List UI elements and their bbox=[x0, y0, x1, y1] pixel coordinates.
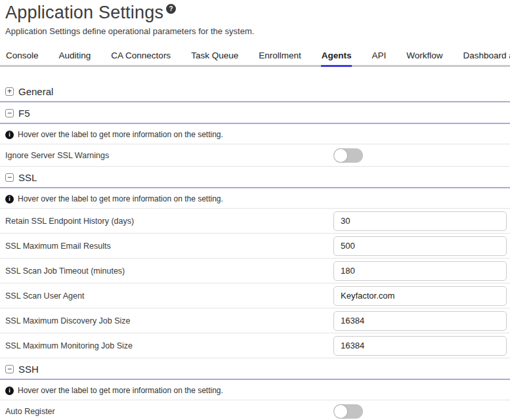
help-icon[interactable]: ? bbox=[166, 4, 176, 14]
setting-label: SSL Maximum Monitoring Job Size bbox=[5, 341, 333, 350]
setting-row-ssl-scan-user-agent: SSL Scan User Agent bbox=[0, 284, 510, 308]
setting-control bbox=[333, 261, 507, 281]
setting-label: SSL Scan User Agent bbox=[5, 291, 333, 301]
section-header-general[interactable]: + General bbox=[0, 81, 510, 102]
setting-label: SSL Scan Job Timeout (minutes) bbox=[5, 266, 333, 276]
info-text: Hover over the label to get more informa… bbox=[18, 386, 223, 395]
retain-ssl-endpoint-history-input[interactable] bbox=[333, 211, 507, 231]
setting-label: Ignore Server SSL Warnings bbox=[5, 151, 333, 160]
setting-row-ssl-scan-job-timeout: SSL Scan Job Timeout (minutes) bbox=[0, 259, 510, 284]
setting-control bbox=[333, 286, 507, 306]
tab-task-queue[interactable]: Task Queue bbox=[190, 45, 239, 65]
setting-control bbox=[333, 336, 507, 356]
section-header-ssl[interactable]: − SSL bbox=[0, 167, 510, 188]
ignore-server-ssl-warnings-toggle[interactable] bbox=[333, 148, 363, 163]
tab-workflow[interactable]: Workflow bbox=[406, 45, 443, 65]
collapse-icon[interactable]: − bbox=[5, 365, 14, 373]
collapse-icon[interactable]: − bbox=[5, 173, 14, 182]
setting-row-auto-register: Auto Register bbox=[0, 400, 510, 420]
toggle-knob bbox=[334, 149, 347, 162]
collapse-icon[interactable]: − bbox=[5, 109, 14, 117]
ssh-info-row: i Hover over the label to get more infor… bbox=[0, 380, 510, 400]
setting-control bbox=[333, 236, 507, 256]
setting-label: Retain SSL Endpoint History (days) bbox=[5, 217, 333, 226]
setting-row-retain-ssl-endpoint-history: Retain SSL Endpoint History (days) bbox=[0, 209, 510, 234]
section-header-f5[interactable]: − F5 bbox=[0, 102, 510, 124]
page-title: Application Settings bbox=[5, 3, 163, 22]
tab-agents[interactable]: Agents bbox=[321, 45, 352, 67]
setting-row-ssl-maximum-discovery-job-size: SSL Maximum Discovery Job Size bbox=[0, 308, 510, 333]
page-subtitle: Application Settings define operational … bbox=[5, 26, 505, 36]
setting-control bbox=[333, 148, 507, 163]
ssl-maximum-discovery-job-size-input[interactable] bbox=[333, 311, 507, 331]
setting-control bbox=[333, 211, 507, 231]
setting-row-ssl-maximum-email-results: SSL Maximum Email Results bbox=[0, 234, 510, 259]
tab-console[interactable]: Console bbox=[5, 45, 39, 65]
section-header-ssh[interactable]: − SSH bbox=[0, 358, 510, 380]
ssl-scan-user-agent-input[interactable] bbox=[333, 286, 507, 306]
ssl-info-row: i Hover over the label to get more infor… bbox=[0, 188, 510, 209]
section-title-general: General bbox=[18, 86, 53, 97]
tab-ca-connectors[interactable]: CA Connectors bbox=[110, 45, 171, 65]
ssl-maximum-email-results-input[interactable] bbox=[333, 236, 507, 256]
settings-content: + General − F5 i Hover over the label to… bbox=[0, 81, 510, 420]
section-title-ssh: SSH bbox=[18, 364, 39, 375]
info-icon: i bbox=[5, 195, 14, 203]
setting-control bbox=[333, 311, 507, 331]
f5-info-row: i Hover over the label to get more infor… bbox=[0, 124, 510, 144]
section-title-ssl: SSL bbox=[18, 172, 37, 183]
setting-row-ssl-maximum-monitoring-job-size: SSL Maximum Monitoring Job Size bbox=[0, 333, 510, 358]
tab-dashboard-and-reports[interactable]: Dashboard and Reports bbox=[463, 45, 510, 65]
ssl-scan-job-timeout-input[interactable] bbox=[333, 261, 507, 281]
expand-icon[interactable]: + bbox=[5, 87, 14, 96]
page-header: Application Settings? Application Settin… bbox=[0, 0, 510, 36]
tab-bar: Console Auditing CA Connectors Task Queu… bbox=[0, 45, 510, 67]
setting-label: Auto Register bbox=[5, 407, 333, 416]
info-icon: i bbox=[5, 131, 14, 139]
auto-register-toggle[interactable] bbox=[333, 404, 363, 419]
setting-label: SSL Maximum Discovery Job Size bbox=[5, 316, 333, 326]
info-text: Hover over the label to get more informa… bbox=[18, 194, 223, 203]
tab-api[interactable]: API bbox=[371, 45, 387, 65]
tab-auditing[interactable]: Auditing bbox=[58, 45, 92, 65]
toggle-knob bbox=[334, 405, 347, 418]
setting-control bbox=[333, 404, 507, 419]
section-title-f5: F5 bbox=[18, 108, 30, 119]
info-text: Hover over the label to get more informa… bbox=[18, 130, 223, 139]
info-icon: i bbox=[5, 387, 14, 395]
setting-label: SSL Maximum Email Results bbox=[5, 242, 333, 251]
setting-row-ignore-server-ssl-warnings: Ignore Server SSL Warnings bbox=[0, 144, 510, 167]
tab-enrollment[interactable]: Enrollment bbox=[258, 45, 302, 65]
ssl-maximum-monitoring-job-size-input[interactable] bbox=[333, 336, 507, 356]
application-settings-page: Application Settings? Application Settin… bbox=[0, 0, 510, 420]
